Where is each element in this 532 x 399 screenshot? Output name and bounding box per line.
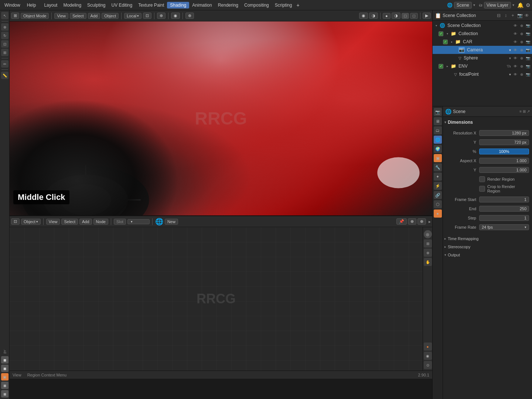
- menu-modeling[interactable]: Modeling: [60, 2, 84, 8]
- node-rendered-btn[interactable]: ◉: [424, 352, 432, 360]
- sphere-eye-btn[interactable]: 👁: [513, 55, 518, 61]
- node-overlay-btn[interactable]: ⊕: [408, 218, 416, 225]
- prop-tab-material[interactable]: ●: [434, 209, 442, 218]
- menu-rendering[interactable]: Rendering: [215, 2, 241, 8]
- frame-end-value[interactable]: 250: [479, 206, 529, 212]
- tool-annotate[interactable]: ✏: [1, 60, 8, 68]
- menu-animation[interactable]: Animation: [189, 2, 215, 8]
- node-view-menu[interactable]: View: [46, 219, 60, 225]
- car-eye-btn[interactable]: 👁: [513, 39, 518, 44]
- outliner-item-collection[interactable]: ✓ ▾ 📁 Collection 👁 ⊕ 📷: [433, 30, 532, 38]
- node-object-mode-btn[interactable]: Object▾: [21, 219, 41, 225]
- rendered-shading-btn[interactable]: □: [402, 13, 409, 19]
- tool-measure[interactable]: 📏: [1, 72, 8, 79]
- select-menu[interactable]: Select: [70, 13, 86, 19]
- tool-move[interactable]: ⊕: [1, 23, 8, 31]
- tool-extra-5[interactable]: ◼: [1, 390, 8, 398]
- prop-tab-data[interactable]: ⬡: [434, 200, 442, 208]
- resolution-x-value[interactable]: 1280 px: [479, 130, 529, 136]
- collection-eye-btn[interactable]: 👁: [513, 31, 518, 36]
- scene-eye-btn[interactable]: 👁: [513, 23, 518, 28]
- scene-input[interactable]: Scene: [454, 2, 472, 8]
- pivot-btn[interactable]: ⊡: [143, 13, 151, 19]
- node-material-preview-btn[interactable]: ●: [424, 342, 432, 351]
- proportional-edit-btn[interactable]: ◉: [171, 13, 180, 19]
- render-btn[interactable]: ▶: [423, 13, 431, 19]
- wireframe-shading-btn[interactable]: □: [410, 13, 418, 19]
- frame-rate-dropdown[interactable]: 24 fps ▾: [479, 224, 529, 230]
- menu-compositing[interactable]: Compositing: [241, 2, 272, 8]
- node-add-menu[interactable]: Add: [79, 219, 92, 225]
- menu-texture-paint[interactable]: Texture Paint: [135, 2, 167, 8]
- prop-tab-output[interactable]: 🖥: [434, 117, 442, 125]
- tool-scale[interactable]: ⊡: [1, 40, 8, 48]
- prop-tab-particles[interactable]: ✦: [434, 173, 442, 181]
- outliner-item-sphere[interactable]: ▽ Sphere ▾ 👁 ⊕ 📷: [433, 54, 532, 62]
- sphere-render-btn[interactable]: 📷: [525, 55, 531, 61]
- crop-render-checkbox[interactable]: [479, 186, 485, 192]
- focalpoint-eye-btn[interactable]: 👁: [513, 72, 518, 77]
- menu-help[interactable]: Help: [24, 2, 39, 8]
- stereoscopy-header[interactable]: ▸ Stereoscopy: [443, 243, 532, 250]
- outliner-item-scene-collection[interactable]: ▾ 🌐 Scene Collection 👁 ⊕ 📷: [433, 21, 532, 30]
- step-value[interactable]: 1: [479, 215, 529, 221]
- env-restrict-btn[interactable]: ⊕: [519, 64, 524, 69]
- menu-scripting[interactable]: Scripting: [272, 2, 295, 8]
- outliner-item-env[interactable]: ✓ ▸ 📁 ENV ▽₂ 👁 ⊕ 📷: [433, 62, 532, 70]
- resolution-y-value[interactable]: 720 px: [479, 139, 529, 145]
- node-material-icon[interactable]: 🌐: [155, 218, 163, 226]
- aspect-y-value[interactable]: 1.000: [479, 167, 529, 173]
- env-render-btn[interactable]: 📷: [525, 64, 531, 69]
- material-shading-btn[interactable]: ◑: [392, 13, 400, 19]
- prop-tab-object[interactable]: ▣: [434, 154, 442, 162]
- camera-eye-btn[interactable]: 👁: [513, 47, 518, 52]
- overlay-btn[interactable]: ◉: [359, 13, 368, 19]
- prop-tab-view-layer[interactable]: 🗂: [434, 126, 442, 134]
- menu-window[interactable]: Window: [1, 2, 23, 8]
- prop-tab-constraints[interactable]: 🔗: [434, 191, 442, 199]
- transform-orient-btn[interactable]: Local▾: [124, 13, 141, 19]
- menu-shading[interactable]: Shading: [167, 2, 189, 8]
- tool-extra-1[interactable]: ◼: [1, 356, 8, 364]
- object-mode-btn[interactable]: Object Mode: [21, 13, 49, 19]
- solid-shading-btn[interactable]: ●: [383, 13, 391, 19]
- object-menu[interactable]: Object: [102, 13, 119, 19]
- outliner-sync-btn[interactable]: ↕: [503, 13, 509, 18]
- tool-extra-3[interactable]: ▣: [1, 373, 8, 381]
- node-pin-btn[interactable]: 📌: [396, 218, 407, 225]
- collection-checkbox[interactable]: ✓: [439, 31, 443, 36]
- node-snapping-btn[interactable]: ⊕: [417, 218, 426, 225]
- outliner-render-vis-btn[interactable]: 👁: [524, 13, 530, 18]
- prop-tab-world[interactable]: 🌍: [434, 145, 442, 153]
- camera-restrict-btn[interactable]: ⊕: [519, 47, 524, 52]
- prop-tab-scene[interactable]: 🌐: [434, 136, 442, 144]
- env-checkbox[interactable]: ✓: [439, 64, 443, 69]
- sphere-restrict-btn[interactable]: ⊕: [519, 55, 524, 61]
- output-header[interactable]: ▾ Output: [443, 252, 532, 258]
- node-content[interactable]: RRCG: [10, 227, 423, 371]
- frame-start-value[interactable]: 1: [479, 197, 529, 202]
- xray-btn[interactable]: ◑: [369, 13, 378, 19]
- menu-sculpting[interactable]: Sculpting: [84, 2, 108, 8]
- add-menu[interactable]: Add: [88, 13, 100, 19]
- collection-restrict-btn[interactable]: ⊕: [519, 31, 524, 36]
- node-zoom-btn[interactable]: ⊕: [424, 249, 432, 257]
- node-new-btn[interactable]: New: [165, 219, 178, 225]
- prop-tab-modifier[interactable]: 🔧: [434, 163, 442, 171]
- car-checkbox[interactable]: ✓: [443, 40, 448, 44]
- node-editor-type-btn[interactable]: ⊡: [11, 218, 20, 225]
- outliner-camera-btn[interactable]: 📷: [517, 13, 523, 18]
- node-node-menu[interactable]: Node: [93, 219, 108, 225]
- add-workspace-button[interactable]: +: [295, 2, 301, 8]
- node-select-menu[interactable]: Select: [61, 219, 78, 225]
- outliner-filter-btn[interactable]: ⊟: [496, 13, 502, 18]
- outliner-item-focalpoint[interactable]: ▽ focalPoint ▾ 👁 ⊕ 📷: [433, 70, 532, 78]
- node-pan-btn[interactable]: ✋: [424, 258, 432, 266]
- tool-extra-2[interactable]: ◼: [1, 365, 8, 372]
- scene-render-btn[interactable]: 📷: [525, 23, 531, 28]
- outliner-item-camera[interactable]: 📷 Camera ▾ 👁 ⊕ 📷: [433, 46, 532, 54]
- car-restrict-btn[interactable]: ⊕: [519, 39, 524, 44]
- snap-btn[interactable]: ⊕: [157, 13, 166, 19]
- menu-layout[interactable]: Layout: [41, 2, 60, 8]
- node-navigation-btn[interactable]: ◎: [424, 230, 432, 238]
